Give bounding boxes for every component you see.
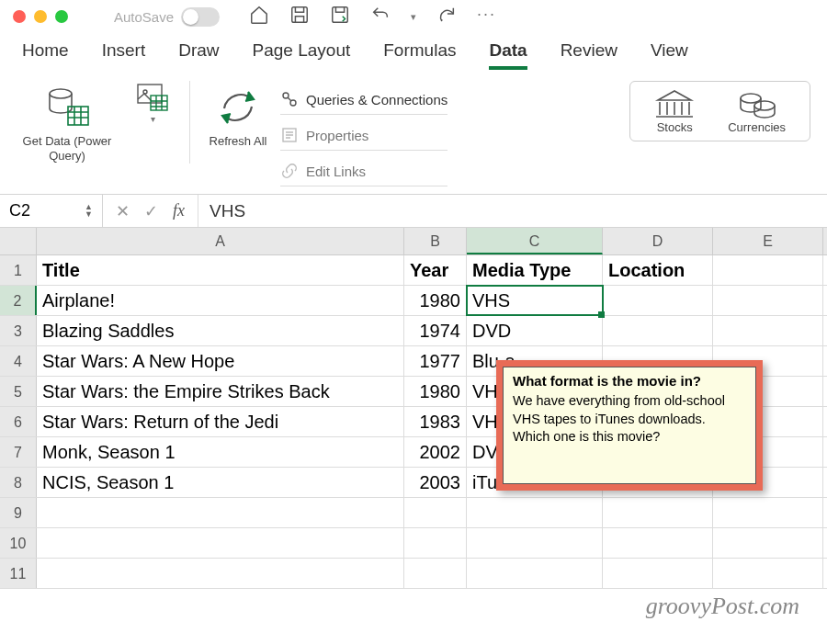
cell[interactable] xyxy=(603,286,713,315)
fx-icon[interactable]: fx xyxy=(173,201,185,220)
cell[interactable]: Airplane! xyxy=(37,286,404,315)
currencies-label: Currencies xyxy=(728,120,786,135)
save-icon[interactable] xyxy=(289,5,310,28)
tab-formulas[interactable]: Formulas xyxy=(383,40,456,70)
row-header[interactable]: 8 xyxy=(0,468,37,497)
name-box-spinner[interactable]: ▲▼ xyxy=(85,204,93,217)
minimize-icon[interactable] xyxy=(34,10,47,23)
toggle-switch-icon[interactable] xyxy=(181,7,220,27)
cell[interactable]: 1980 xyxy=(404,377,467,406)
select-all-corner[interactable] xyxy=(0,228,37,254)
cell[interactable] xyxy=(467,528,603,558)
tab-data[interactable]: Data xyxy=(489,40,527,70)
queries-connections-button[interactable]: Queries & Connections xyxy=(280,85,447,115)
row-header[interactable]: 4 xyxy=(0,346,37,376)
cell[interactable]: Media Type xyxy=(467,255,603,285)
cell[interactable] xyxy=(603,498,713,527)
col-header-e[interactable]: E xyxy=(713,228,823,254)
col-header-b[interactable]: B xyxy=(404,228,467,254)
window-controls xyxy=(13,10,68,23)
tab-draw[interactable]: Draw xyxy=(178,40,219,70)
cell[interactable]: Title xyxy=(37,255,404,285)
edit-links-button: Edit Links xyxy=(280,156,447,186)
cell[interactable] xyxy=(37,498,404,527)
cell[interactable] xyxy=(37,559,404,588)
col-header-d[interactable]: D xyxy=(603,228,713,254)
more-icon[interactable]: ··· xyxy=(477,5,496,28)
cell[interactable]: Blazing Saddles xyxy=(37,316,404,345)
enter-icon[interactable]: ✓ xyxy=(144,201,158,221)
cell[interactable] xyxy=(467,559,603,588)
ribbon-tabs: Home Insert Draw Page Layout Formulas Da… xyxy=(0,33,827,70)
cell[interactable] xyxy=(37,528,404,558)
cell[interactable]: Star Wars: the Empire Strikes Back xyxy=(37,377,404,406)
cell[interactable]: DVD xyxy=(467,316,603,345)
svg-rect-1 xyxy=(333,7,348,23)
cell[interactable] xyxy=(713,498,823,527)
refresh-all-button[interactable]: Refresh All xyxy=(209,81,267,149)
row-header[interactable]: 3 xyxy=(0,316,37,345)
cell[interactable]: Monk, Season 1 xyxy=(37,437,404,467)
row-header[interactable]: 6 xyxy=(0,407,37,436)
currencies-button[interactable]: Currencies xyxy=(728,89,786,135)
tab-insert[interactable]: Insert xyxy=(102,40,146,70)
row-header[interactable]: 1 xyxy=(0,255,37,285)
cell[interactable]: 1980 xyxy=(404,286,467,315)
row-header[interactable]: 10 xyxy=(0,528,37,558)
autosave-toggle[interactable]: AutoSave xyxy=(114,7,220,27)
undo-icon[interactable] xyxy=(370,5,391,28)
row-header[interactable]: 2 xyxy=(0,286,37,315)
maximize-icon[interactable] xyxy=(55,10,68,23)
cancel-icon[interactable]: ✕ xyxy=(116,201,130,221)
row-header[interactable]: 7 xyxy=(0,437,37,467)
tab-review[interactable]: Review xyxy=(561,40,617,70)
cell[interactable] xyxy=(603,316,713,345)
close-icon[interactable] xyxy=(13,10,26,23)
coins-icon xyxy=(737,89,777,120)
cell[interactable] xyxy=(404,528,467,558)
col-header-c[interactable]: C xyxy=(467,228,603,254)
get-data-label: Get Data (Power Query) xyxy=(17,134,118,163)
home-icon[interactable] xyxy=(249,5,269,28)
cell[interactable] xyxy=(603,559,713,588)
cell[interactable] xyxy=(603,528,713,558)
chevron-down-icon: ▾ xyxy=(151,114,155,124)
row-header[interactable]: 5 xyxy=(0,377,37,406)
cell[interactable]: 2003 xyxy=(404,468,467,497)
chevron-down-icon[interactable]: ▾ xyxy=(411,11,416,23)
cell[interactable]: Star Wars: A New Hope xyxy=(37,346,404,376)
save-as-icon[interactable] xyxy=(330,5,350,28)
cell[interactable]: 1974 xyxy=(404,316,467,345)
stocks-button[interactable]: Stocks xyxy=(654,89,695,135)
get-data-button[interactable]: Get Data (Power Query) xyxy=(17,81,118,163)
col-header-a[interactable]: A xyxy=(37,228,404,254)
cell[interactable] xyxy=(404,559,467,588)
cell[interactable]: Location xyxy=(603,255,713,285)
tab-view[interactable]: View xyxy=(651,40,688,70)
cell[interactable]: 2002 xyxy=(404,437,467,467)
cell[interactable] xyxy=(713,559,823,588)
edit-links-label: Edit Links xyxy=(306,164,366,179)
cell[interactable]: Star Wars: Return of the Jedi xyxy=(37,407,404,436)
cell[interactable]: NCIS, Season 1 xyxy=(37,468,404,497)
cell[interactable] xyxy=(467,498,603,527)
cell[interactable]: 1983 xyxy=(404,407,467,436)
formula-input[interactable]: VHS xyxy=(198,201,245,221)
row-header[interactable]: 9 xyxy=(0,498,37,527)
cell[interactable] xyxy=(713,528,823,558)
tab-home[interactable]: Home xyxy=(22,40,69,70)
from-picture-button[interactable]: ▾ xyxy=(134,81,171,124)
bank-icon xyxy=(654,89,695,120)
cell[interactable]: 1977 xyxy=(404,346,467,376)
row-header[interactable]: 11 xyxy=(0,559,37,588)
tab-page-layout[interactable]: Page Layout xyxy=(253,40,351,70)
cell[interactable] xyxy=(713,286,823,315)
cell[interactable] xyxy=(713,255,823,285)
cell-selected[interactable]: VHS xyxy=(467,286,603,315)
cell[interactable] xyxy=(713,316,823,345)
name-box[interactable]: C2 ▲▼ xyxy=(0,195,103,227)
cell[interactable]: Year xyxy=(404,255,467,285)
watermark: groovyPost.com xyxy=(646,593,799,620)
cell[interactable] xyxy=(404,498,467,527)
redo-icon[interactable] xyxy=(436,5,457,28)
